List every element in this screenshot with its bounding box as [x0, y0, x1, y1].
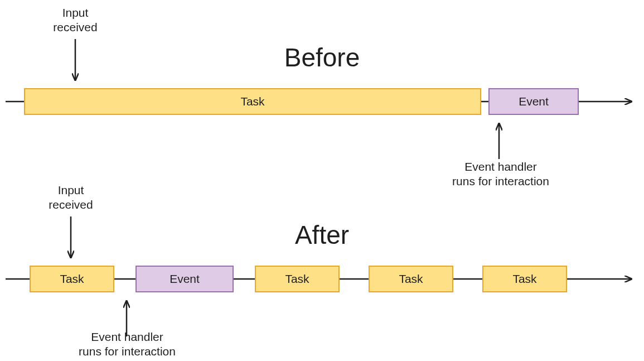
after-task-4-label: Task	[512, 272, 536, 286]
before-task-label: Task	[240, 95, 264, 108]
diagram-stage: Before Input received Task Event Event h…	[0, 0, 644, 361]
before-title: Before	[239, 42, 406, 73]
after-task-1-label: Task	[60, 272, 84, 286]
before-event-box: Event	[488, 88, 579, 115]
after-task-box-3: Task	[369, 266, 453, 292]
before-task-box: Task	[24, 88, 481, 115]
after-task-2-label: Task	[285, 272, 309, 286]
before-event-annotation: Event handler runs for interaction	[445, 160, 556, 189]
after-task-box-1: Task	[30, 266, 114, 292]
after-event-box: Event	[135, 266, 234, 292]
before-input-annotation: Input received	[50, 6, 100, 35]
after-input-annotation: Input received	[46, 183, 96, 213]
after-title: After	[239, 220, 406, 250]
after-task-3-label: Task	[399, 272, 423, 286]
after-event-label: Event	[170, 272, 200, 286]
after-task-box-4: Task	[482, 266, 567, 292]
after-event-annotation: Event handler runs for interaction	[71, 330, 183, 359]
before-event-label: Event	[519, 95, 549, 108]
after-task-box-2: Task	[255, 266, 340, 292]
